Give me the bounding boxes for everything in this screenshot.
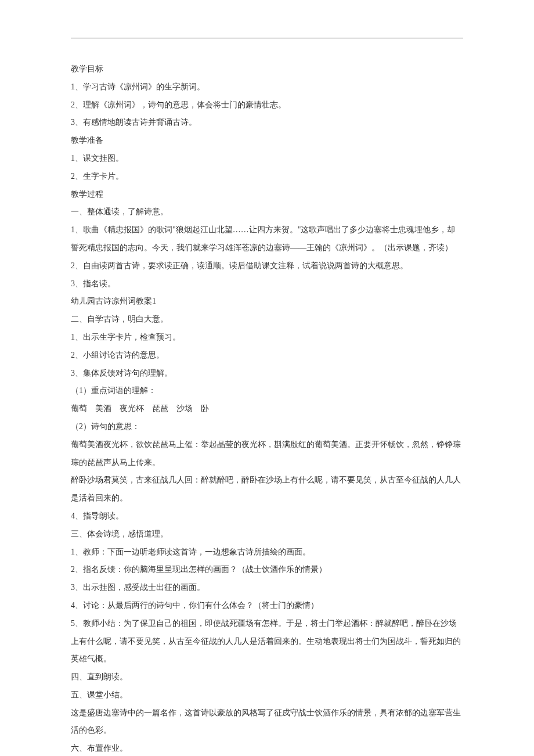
text-line: （1）重点词语的理解： — [71, 382, 463, 400]
text-line: 3、出示挂图，感受战士出征的画面。 — [71, 579, 463, 597]
text-line: 一、整体通读，了解诗意。 — [71, 203, 463, 221]
text-line: 2、小组讨论古诗的意思。 — [71, 347, 463, 365]
text-line: 4、指导朗读。 — [71, 507, 463, 525]
text-line: 4、讨论：从最后两行的诗句中，你们有什么体会？（将士门的豪情） — [71, 597, 463, 615]
text-line: 这是盛唐边塞诗中的一篇名作，这首诗以豪放的风格写了征戍守战士饮酒作乐的情景，具有… — [71, 704, 463, 740]
text-line: 1、出示生字卡片，检查预习。 — [71, 329, 463, 347]
text-line: 教学准备 — [71, 132, 463, 150]
text-line: 五、课堂小结。 — [71, 686, 463, 704]
text-line: 四、直到朗读。 — [71, 668, 463, 686]
text-line: 1、课文挂图。 — [71, 150, 463, 168]
text-line: 葡萄 美酒 夜光杯 琵琶 沙场 卧 — [71, 400, 463, 418]
text-line: 3、指名读。 — [71, 275, 463, 293]
text-line: 2、理解《凉州词》，诗句的意思，体会将士门的豪情壮志。 — [71, 96, 463, 114]
text-line: 幼儿园古诗凉州词教案1 — [71, 293, 463, 311]
text-line: （2）诗句的意思： — [71, 418, 463, 436]
text-line: 2、自由读两首古诗，要求读正确，读通顺。读后借助课文注释，试着说说两首诗的大概意… — [71, 257, 463, 275]
text-line: 教学过程 — [71, 186, 463, 204]
horizontal-rule — [71, 38, 463, 38]
text-line: 三、体会诗境，感悟道理。 — [71, 525, 463, 543]
text-line: 2、生字卡片。 — [71, 168, 463, 186]
text-line: 醉卧沙场君莫笑，古来征战几人回：醉就醉吧，醉卧在沙场上有什么呢，请不要见笑，从古… — [71, 471, 463, 507]
text-line: 1、学习古诗《凉州词》的生字新词。 — [71, 78, 463, 96]
text-line: 六、布置作业。 — [71, 740, 463, 756]
text-line: 3、集体反馈对诗句的理解。 — [71, 365, 463, 383]
text-line: 二、自学古诗，明白大意。 — [71, 311, 463, 329]
text-line: 葡萄美酒夜光杯，欲饮琵琶马上催：举起晶莹的夜光杯，斟满殷红的葡萄美酒。正要开怀畅… — [71, 436, 463, 472]
text-line: 1、歌曲《精忠报国》的歌词"狼烟起江山北望……让四方来贺。"这歌声唱出了多少边塞… — [71, 221, 463, 257]
text-line: 教学目标 — [71, 60, 463, 78]
document-body: 教学目标 1、学习古诗《凉州词》的生字新词。 2、理解《凉州词》，诗句的意思，体… — [71, 60, 463, 756]
text-line: 3、有感情地朗读古诗并背诵古诗。 — [71, 114, 463, 132]
text-line: 1、教师：下面一边听老师读这首诗，一边想象古诗所描绘的画面。 — [71, 543, 463, 561]
text-line: 5、教师小结：为了保卫自己的祖国，即使战死疆场有怎样。于是，将士门举起酒杯：醉就… — [71, 615, 463, 668]
text-line: 2、指名反馈：你的脑海里呈现出怎样的画面？（战士饮酒作乐的情景） — [71, 561, 463, 579]
